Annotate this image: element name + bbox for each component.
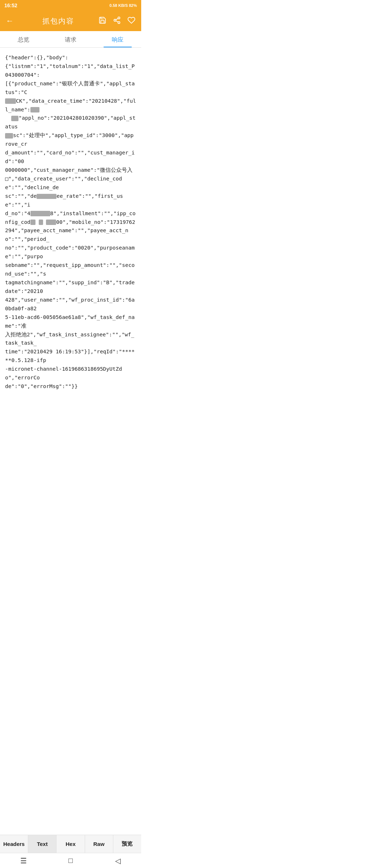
page-title: 抓包内容	[18, 16, 98, 26]
app-bar-actions	[98, 16, 135, 26]
tab-request[interactable]: 请求	[47, 31, 94, 47]
svg-line-3	[116, 21, 118, 22]
status-time: 16:52	[4, 3, 17, 8]
network-speed: 0.58 KB/S	[109, 3, 128, 8]
status-icons: 0.58 KB/S 82%	[109, 3, 137, 8]
redacted-block	[46, 220, 56, 225]
tab-bar: 总览 请求 响应	[0, 31, 141, 48]
battery-level: 82%	[129, 3, 137, 8]
svg-line-4	[116, 18, 118, 20]
redacted-block	[5, 98, 16, 104]
tab-overview[interactable]: 总览	[0, 31, 47, 47]
redacted-block	[30, 107, 39, 112]
redacted-block	[11, 116, 18, 121]
response-content: {"header":{},"body": {"listnm":"1","tota…	[0, 48, 141, 397]
redacted-block	[37, 194, 56, 199]
redacted-block	[5, 133, 13, 139]
share-button[interactable]	[113, 16, 121, 26]
save-button[interactable]	[98, 16, 106, 26]
status-bar: 16:52 0.58 KB/S 82%	[0, 0, 141, 11]
tab-response[interactable]: 响应	[94, 31, 141, 47]
redacted-block	[30, 211, 50, 216]
redacted-block	[30, 220, 35, 225]
app-bar: ← 抓包内容	[0, 11, 141, 31]
back-button[interactable]: ←	[6, 17, 14, 25]
redacted-block	[39, 220, 43, 225]
favorite-button[interactable]	[127, 16, 135, 26]
